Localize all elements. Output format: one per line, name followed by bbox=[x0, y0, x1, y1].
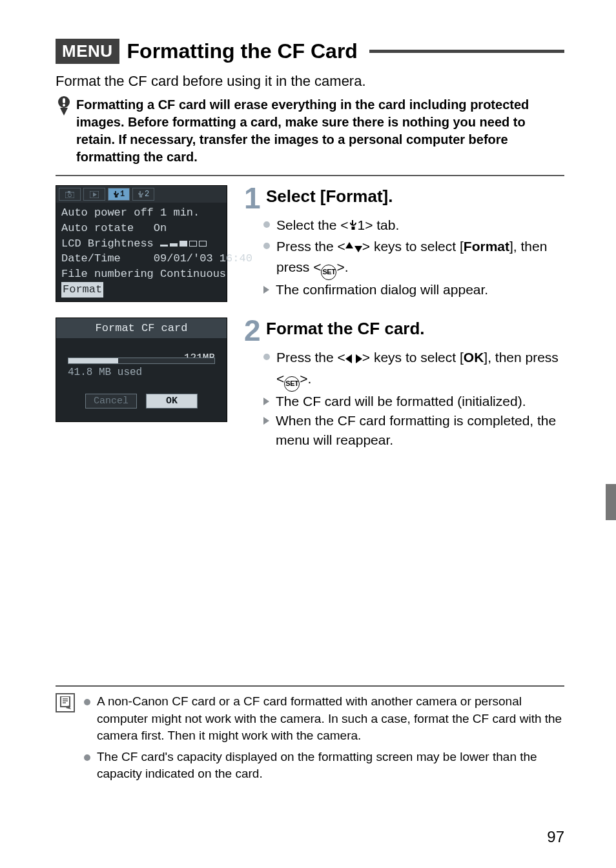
step-2-bullet-3: When the CF card formatting is completed… bbox=[263, 411, 564, 450]
note-1: A non-Canon CF card or a CF card formatt… bbox=[84, 693, 564, 745]
page-title: Formatting the CF Card bbox=[127, 39, 358, 63]
set-button-icon: SET bbox=[284, 376, 300, 392]
svg-point-5 bbox=[68, 194, 72, 197]
intro-text: Format the CF card before using it in th… bbox=[56, 73, 564, 90]
warning-text: Formatting a CF card will erase everythi… bbox=[76, 96, 564, 166]
svg-rect-8 bbox=[139, 196, 142, 197]
step-1-bullet-2: Press the <> keys to select [Format], th… bbox=[263, 237, 564, 280]
section-side-tab bbox=[606, 484, 616, 520]
setup-tab-icon bbox=[349, 217, 358, 236]
left-right-keys-icon bbox=[345, 351, 362, 366]
lcd-menu-screenshot: 1 2 Auto power off 1 min. Auto rotate On… bbox=[56, 185, 227, 302]
cancel-button: Cancel bbox=[85, 394, 137, 409]
tab-setup-2: 2 bbox=[132, 188, 154, 201]
svg-rect-4 bbox=[68, 191, 70, 193]
title-rule bbox=[369, 50, 564, 53]
step-number-1: 1 bbox=[244, 185, 262, 212]
svg-point-2 bbox=[63, 104, 65, 106]
page-number: 97 bbox=[547, 828, 564, 846]
svg-rect-9 bbox=[351, 227, 354, 230]
menu-format-selected: Format bbox=[61, 282, 103, 298]
svg-rect-7 bbox=[115, 196, 118, 197]
step-1-bullet-1: Select the <1> tab. bbox=[263, 216, 564, 236]
menu-badge: MENU bbox=[56, 39, 119, 64]
menu-date-time: Date/Time 09/01/'03 16:40 bbox=[61, 251, 221, 267]
svg-rect-1 bbox=[63, 98, 65, 103]
format-dialog-title: Format CF card bbox=[56, 318, 227, 338]
step-2-bullet-2: The CF card will be formatted (initializ… bbox=[263, 392, 564, 411]
step-1-bullet-3: The confirmation dialog will appear. bbox=[263, 280, 564, 299]
svg-rect-10 bbox=[61, 696, 70, 707]
step-number-2: 2 bbox=[244, 318, 262, 344]
ok-button: OK bbox=[146, 394, 198, 409]
lcd-format-dialog: Format CF card 121MB 41.8 MB used Cancel… bbox=[56, 318, 227, 422]
note-icon bbox=[56, 693, 75, 712]
tab-camera-icon bbox=[59, 188, 81, 201]
menu-auto-rotate: Auto rotate On bbox=[61, 221, 221, 236]
step-2-bullet-1: Press the <> keys to select [OK], then p… bbox=[263, 348, 564, 391]
warning-icon bbox=[56, 96, 72, 116]
step-2-title: Format the CF card. bbox=[266, 319, 425, 339]
step-1-title: Select [Format]. bbox=[266, 187, 393, 207]
note-2: The CF card's capacity displayed on the … bbox=[84, 749, 564, 783]
card-used: 41.8 MB used bbox=[68, 367, 215, 378]
svg-rect-3 bbox=[65, 192, 74, 198]
tab-play-icon bbox=[83, 188, 105, 201]
menu-file-numbering: File numbering Continuous bbox=[61, 267, 221, 282]
tab-setup-1: 1 bbox=[108, 188, 130, 201]
usage-bar bbox=[68, 358, 215, 364]
menu-auto-power-off: Auto power off 1 min. bbox=[61, 205, 221, 221]
menu-lcd-brightness: LCD Brightness bbox=[61, 236, 221, 252]
footnote-separator bbox=[56, 685, 564, 687]
up-down-keys-icon bbox=[345, 240, 362, 255]
set-button-icon: SET bbox=[321, 265, 336, 280]
